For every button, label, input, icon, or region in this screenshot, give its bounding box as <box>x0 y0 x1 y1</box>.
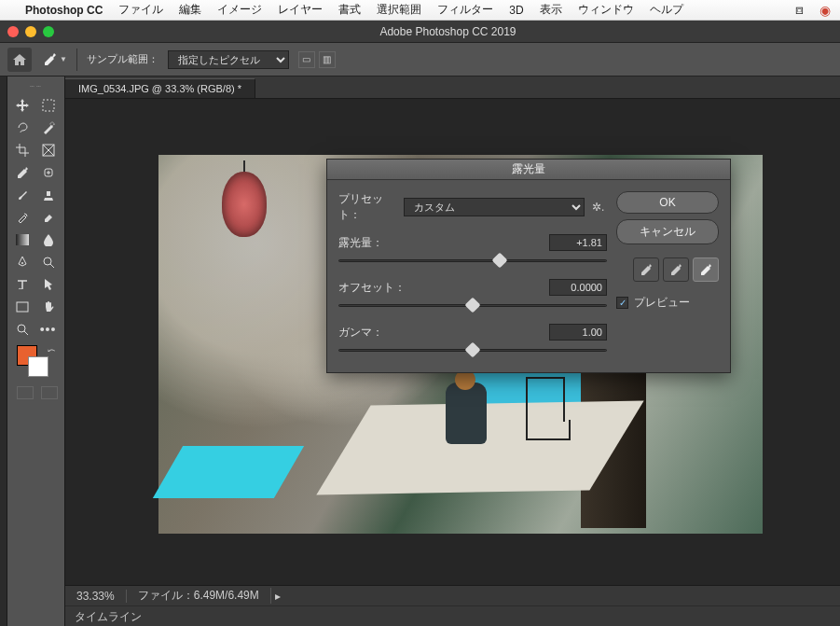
home-icon <box>12 53 27 66</box>
svg-rect-0 <box>43 100 54 111</box>
crop-tool[interactable] <box>11 140 34 160</box>
gray-eyedropper-button[interactable] <box>663 257 689 282</box>
exposure-input[interactable] <box>549 234 607 251</box>
menu-image[interactable]: イメージ <box>217 2 262 18</box>
white-eyedropper-button[interactable] <box>693 257 719 282</box>
menu-window[interactable]: ウィンドウ <box>578 2 634 18</box>
dropbox-tray-icon[interactable]: ⧈ <box>795 2 804 18</box>
window-titlebar: Adobe Photoshop CC 2019 <box>0 21 840 43</box>
brush-tool[interactable] <box>11 185 34 205</box>
cc-tray-icon[interactable]: ◉ <box>819 3 831 18</box>
app-menu[interactable]: Photoshop CC <box>25 4 103 17</box>
svg-rect-7 <box>17 302 28 312</box>
frame-tool[interactable] <box>37 140 60 160</box>
file-info[interactable]: ファイル：6.49M/6.49M <box>127 588 271 604</box>
menu-file[interactable]: ファイル <box>118 2 163 18</box>
offset-slider[interactable] <box>338 299 607 313</box>
exposure-slider[interactable] <box>338 255 607 268</box>
preview-label: プレビュー <box>634 295 690 311</box>
eyedropper-icon <box>41 51 58 68</box>
sample-size-select[interactable]: 指定したピクセル <box>168 50 289 69</box>
hand-tool[interactable] <box>37 297 60 317</box>
panel-collapse-strip[interactable] <box>0 77 7 626</box>
eyedropper-tool[interactable] <box>11 162 34 183</box>
zoom-level[interactable]: 33.33% <box>65 590 127 603</box>
type-tool[interactable] <box>11 274 34 295</box>
swap-colors-icon[interactable]: ⤺ <box>48 345 55 355</box>
path-selection-tool[interactable] <box>37 274 60 295</box>
ok-button[interactable]: OK <box>616 191 719 214</box>
dodge-tool[interactable] <box>37 252 60 272</box>
window-maximize-button[interactable] <box>43 26 54 37</box>
menu-3d[interactable]: 3D <box>509 4 523 17</box>
exposure-label: 露光量： <box>338 235 549 251</box>
menu-select[interactable]: 選択範囲 <box>377 2 421 18</box>
pen-tool[interactable] <box>11 252 34 272</box>
svg-point-5 <box>21 262 23 264</box>
edit-toolbar-button[interactable]: ••• <box>37 319 60 340</box>
rectangle-tool[interactable] <box>11 297 34 317</box>
home-button[interactable] <box>7 48 32 72</box>
mac-menubar: Photoshop CC ファイル 編集 イメージ レイヤー 書式 選択範囲 フ… <box>0 0 840 21</box>
canvas-area[interactable]: 露光量 プリセット： カスタム ✲. 露光量： <box>65 99 840 585</box>
preset-gear-icon[interactable]: ✲. <box>592 201 607 214</box>
exposure-dialog: 露光量 プリセット： カスタム ✲. 露光量： <box>326 159 731 373</box>
screen-mode-button[interactable] <box>41 386 58 399</box>
dialog-title[interactable]: 露光量 <box>327 160 730 180</box>
menu-help[interactable]: ヘルプ <box>650 2 683 18</box>
quick-mask-button[interactable] <box>17 386 34 399</box>
status-menu-chevron-icon[interactable]: ▸ <box>271 590 284 603</box>
tools-panel-grip[interactable]: ┄┄ <box>11 82 61 91</box>
history-brush-tool[interactable] <box>11 207 34 228</box>
quick-selection-tool[interactable] <box>37 118 60 138</box>
checkbox-icon: ✓ <box>616 297 628 309</box>
app-window: Adobe Photoshop CC 2019 ▼ サンプル範囲： 指定したピク… <box>0 21 840 626</box>
window-close-button[interactable] <box>7 26 19 37</box>
gamma-input[interactable] <box>549 324 607 341</box>
blur-tool[interactable] <box>37 230 60 250</box>
clone-stamp-tool[interactable] <box>37 185 60 205</box>
preset-select[interactable]: カスタム <box>404 198 585 216</box>
document-tab-bar: IMG_0534.JPG @ 33.3% (RGB/8) * <box>65 77 840 99</box>
move-tool[interactable] <box>11 95 34 116</box>
preset-label: プリセット： <box>338 191 404 223</box>
menu-layer[interactable]: レイヤー <box>278 2 323 18</box>
background-swatch[interactable] <box>28 356 48 377</box>
window-minimize-button[interactable] <box>25 26 36 37</box>
status-bar: 33.33% ファイル：6.49M/6.49M ▸ <box>65 585 840 605</box>
current-tool-indicator[interactable]: ▼ <box>41 51 67 68</box>
healing-brush-tool[interactable] <box>37 162 60 183</box>
sample-size-label: サンプル範囲： <box>87 52 158 66</box>
color-swatches[interactable]: ⤺ <box>11 345 61 384</box>
option-button-2[interactable]: ▥ <box>319 51 336 68</box>
offset-input[interactable] <box>549 279 607 296</box>
black-eyedropper-button[interactable] <box>633 257 659 282</box>
svg-point-1 <box>50 122 54 126</box>
preview-checkbox[interactable]: ✓ プレビュー <box>616 295 719 311</box>
timeline-panel-tab[interactable]: タイムライン <box>65 605 840 626</box>
menu-view[interactable]: 表示 <box>540 2 562 18</box>
gamma-label: ガンマ： <box>338 325 549 341</box>
eraser-tool[interactable] <box>37 207 60 228</box>
menu-type[interactable]: 書式 <box>338 2 361 18</box>
gradient-tool[interactable] <box>11 230 34 250</box>
svg-point-8 <box>18 325 25 332</box>
marquee-tool[interactable] <box>37 95 60 116</box>
gamma-slider[interactable] <box>338 344 607 357</box>
window-title: Adobe Photoshop CC 2019 <box>63 25 833 38</box>
option-button-1[interactable]: ▭ <box>298 51 315 68</box>
menu-edit[interactable]: 編集 <box>179 2 201 18</box>
document-tab[interactable]: IMG_0534.JPG @ 33.3% (RGB/8) * <box>65 78 255 98</box>
options-bar: ▼ サンプル範囲： 指定したピクセル ▭ ▥ <box>0 43 840 77</box>
menu-filter[interactable]: フィルター <box>437 2 493 18</box>
tools-panel: ┄┄ <box>7 77 65 626</box>
offset-label: オフセット： <box>338 280 549 296</box>
svg-rect-4 <box>16 234 29 245</box>
zoom-tool[interactable] <box>11 319 34 340</box>
lasso-tool[interactable] <box>11 118 34 138</box>
image-content <box>222 172 267 237</box>
svg-point-6 <box>44 257 51 265</box>
cancel-button[interactable]: キャンセル <box>616 219 719 244</box>
